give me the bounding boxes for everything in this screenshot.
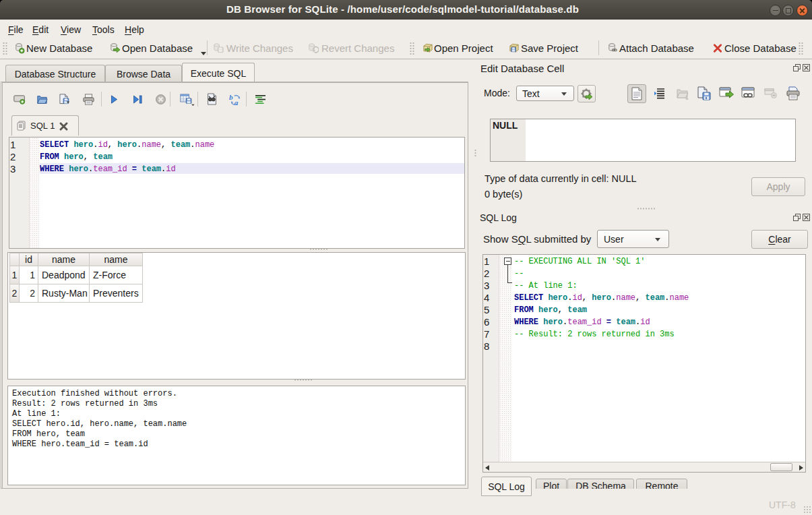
- svg-text:b: b: [229, 93, 233, 101]
- svg-text:a: a: [235, 98, 239, 107]
